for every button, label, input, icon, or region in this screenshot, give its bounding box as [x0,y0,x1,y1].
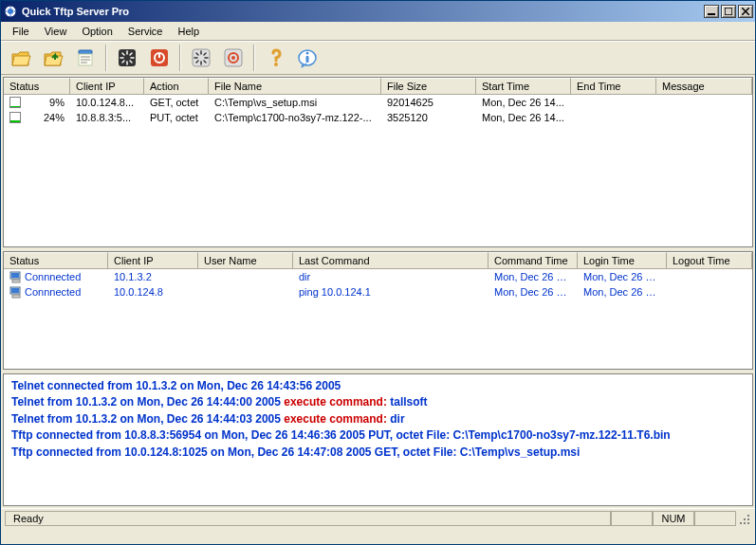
svg-rect-35 [11,273,19,278]
col-client-ip[interactable]: Client IP [70,78,144,95]
svg-point-30 [274,63,278,66]
svg-rect-38 [11,288,19,293]
log-pane[interactable]: Telnet connected from 10.1.3.2 on Mon, D… [3,373,753,506]
col-t-login-time[interactable]: Login Time [578,252,667,269]
window-title: Quick Tftp Server Pro [22,6,704,17]
svg-rect-39 [12,295,20,298]
about-button[interactable] [293,44,322,72]
svg-rect-2 [708,13,715,15]
stop-telnet-button[interactable] [219,44,248,72]
col-t-client-ip[interactable]: Client IP [108,252,198,269]
col-file-size[interactable]: File Size [381,78,476,95]
log-line: Telnet connected from 10.1.3.2 on Mon, D… [11,378,745,394]
svg-rect-43 [740,522,742,524]
titlebar: Quick Tftp Server Pro [1,1,755,22]
app-icon [3,4,18,19]
maximize-button[interactable] [721,5,736,18]
tftp-row[interactable]: 9%10.0.124.8...GET, octetC:\Temp\vs_setu… [4,95,752,110]
svg-point-1 [8,9,13,14]
log-line: Tftp connected from 10.0.124.8:1025 on M… [11,445,745,461]
close-button[interactable] [738,5,753,18]
svg-rect-4 [79,50,92,54]
svg-rect-45 [747,522,749,524]
col-t-status[interactable]: Status [4,252,108,269]
svg-rect-3 [725,8,732,15]
col-end-time[interactable]: End Time [571,78,656,95]
stop-service-button[interactable] [145,44,174,72]
svg-rect-36 [12,280,20,282]
menu-file[interactable]: File [5,24,37,39]
log-line: Telnet from 10.1.3.2 on Mon, Dec 26 14:4… [11,394,745,410]
col-status[interactable]: Status [4,78,70,95]
col-t-last-command[interactable]: Last Command [293,252,489,269]
settings-button[interactable] [71,44,100,72]
menu-option[interactable]: Option [74,24,120,39]
computer-icon [9,285,23,299]
statusbar: Ready NUM [1,508,755,527]
log-line: Tftp connected from 10.8.8.3:56954 on Mo… [11,427,745,444]
folder-up-button[interactable] [39,44,67,72]
svg-rect-41 [744,518,746,520]
telnet-sessions-list[interactable]: Status Client IP User Name Last Command … [3,251,753,370]
menu-view[interactable]: View [37,24,75,39]
menu-help[interactable]: Help [171,24,208,39]
computer-icon [9,270,23,283]
minimize-button[interactable] [704,5,719,18]
svg-rect-40 [747,515,749,517]
status-scrl [694,511,736,526]
svg-point-32 [306,52,309,55]
col-file-name[interactable]: File Name [209,78,381,95]
svg-point-29 [231,56,235,60]
status-ready: Ready [5,511,611,526]
open-folder-button[interactable] [7,44,35,72]
col-message[interactable]: Message [656,78,752,95]
menu-service[interactable]: Service [120,24,171,39]
svg-rect-42 [747,518,749,520]
col-t-logout-time[interactable]: Logout Time [667,252,752,269]
svg-rect-33 [306,56,309,63]
telnet-row[interactable]: Connnected10.0.124.8ping 10.0.124.1Mon, … [4,284,752,300]
menubar: File View Option Service Help [1,22,755,41]
help-button[interactable] [261,44,289,72]
status-cap [611,511,653,526]
col-action[interactable]: Action [144,78,209,95]
start-telnet-button[interactable] [187,44,215,72]
resize-grip[interactable] [736,511,751,526]
svg-rect-44 [744,522,746,524]
telnet-row[interactable]: Connnected10.1.3.2dirMon, Dec 26 14...Mo… [4,269,752,284]
col-start-time[interactable]: Start Time [476,78,571,95]
status-num: NUM [653,511,694,526]
tftp-row[interactable]: 24%10.8.8.3:5...PUT, octetC:\Temp\c1700-… [4,110,752,125]
start-service-button[interactable] [113,44,141,72]
tftp-transfers-list[interactable]: Status Client IP Action File Name File S… [3,77,753,247]
log-line: Telnet from 10.1.3.2 on Mon, Dec 26 14:4… [11,411,745,427]
toolbar [1,41,755,75]
col-t-user-name[interactable]: User Name [198,252,293,269]
col-t-command-time[interactable]: Command Time [489,252,578,269]
